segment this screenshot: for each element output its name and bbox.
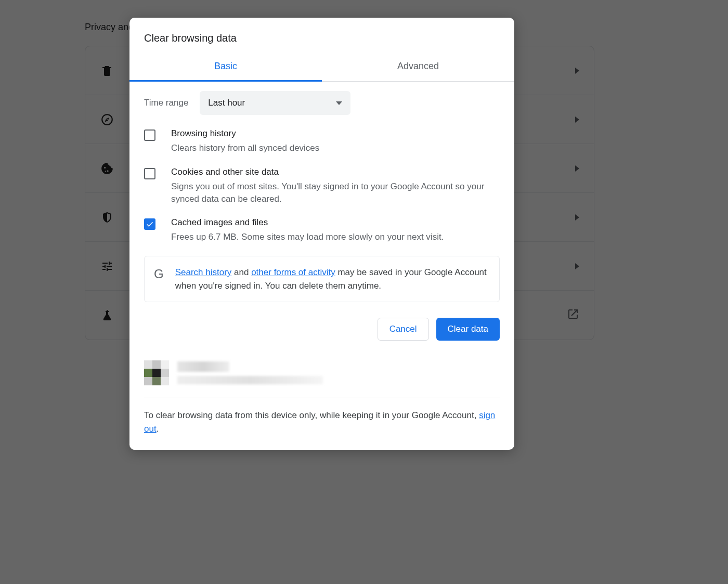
option-cache[interactable]: Cached images and files Frees up 6.7 MB.… [144,217,500,243]
time-range-label: Time range [144,98,188,108]
tab-advanced[interactable]: Advanced [322,54,514,81]
checkbox-cookies[interactable] [144,168,155,179]
clear-browsing-data-dialog: Clear browsing data Basic Advanced Time … [129,18,514,450]
dialog-title: Clear browsing data [129,18,514,54]
option-description: Signs you out of most sites. You'll stay… [171,180,500,205]
time-range-value: Last hour [208,98,245,108]
footer-message: To clear browsing data from this device … [144,409,500,435]
option-browsing-history[interactable]: Browsing history Clears history from all… [144,128,500,154]
option-title: Cookies and other site data [171,167,500,177]
checkbox-browsing-history[interactable] [144,129,155,141]
signed-in-account [144,360,500,397]
checkbox-cache[interactable] [144,218,155,230]
account-info-redacted [177,361,323,384]
option-cookies[interactable]: Cookies and other site data Signs you ou… [144,167,500,205]
search-history-link[interactable]: Search history [175,267,232,277]
clear-data-button[interactable]: Clear data [436,318,500,341]
dialog-tabs: Basic Advanced [129,54,514,82]
avatar-redacted [144,360,169,385]
google-activity-info: G Search history and other forms of acti… [144,256,500,302]
other-activity-link[interactable]: other forms of activity [251,267,335,277]
google-logo-icon: G [154,266,164,281]
info-text: Search history and other forms of activi… [175,266,490,292]
time-range-select[interactable]: Last hour [200,91,350,115]
tab-basic[interactable]: Basic [129,54,322,82]
option-title: Cached images and files [171,217,444,228]
option-title: Browsing history [171,128,319,139]
cancel-button[interactable]: Cancel [378,318,429,341]
option-description: Clears history from all synced devices [171,142,319,154]
option-description: Frees up 6.7 MB. Some sites may load mor… [171,231,444,243]
dropdown-arrow-icon [336,101,342,105]
